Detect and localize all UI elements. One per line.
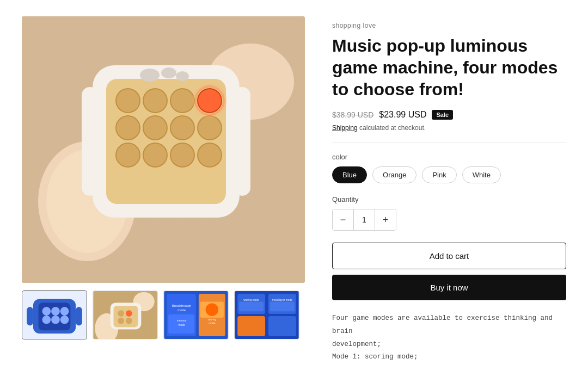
- original-price: $38.99 USD: [332, 110, 373, 119]
- svg-rect-41: [113, 306, 138, 327]
- thumbnails-row: Breakthrough mode memory mode scoring mo…: [22, 290, 305, 339]
- svg-rect-65: [237, 316, 265, 336]
- svg-point-21: [140, 69, 160, 82]
- svg-point-9: [116, 89, 140, 113]
- thumbnail-4[interactable]: waiting mode multiplayer mode: [234, 290, 299, 339]
- svg-rect-66: [268, 316, 296, 336]
- svg-point-18: [143, 143, 167, 167]
- svg-point-11: [170, 89, 194, 113]
- svg-point-31: [60, 307, 69, 315]
- svg-rect-35: [27, 307, 33, 325]
- color-option-orange[interactable]: Orange: [372, 166, 416, 183]
- shipping-row: Shipping calculated at checkout.: [332, 124, 566, 132]
- sale-badge: Sale: [432, 110, 453, 120]
- svg-point-44: [118, 318, 124, 324]
- svg-text:mode: mode: [177, 308, 186, 312]
- buy-now-button[interactable]: Buy it now: [332, 275, 566, 300]
- brand-label: shopping love: [332, 22, 566, 29]
- svg-point-13: [116, 116, 140, 140]
- main-product-image: [22, 16, 305, 283]
- svg-text:mode: mode: [178, 324, 185, 326]
- svg-point-23: [176, 71, 189, 81]
- shipping-link[interactable]: Shipping: [332, 124, 358, 132]
- svg-text:memory: memory: [177, 319, 187, 322]
- svg-point-19: [170, 143, 194, 167]
- color-options: BlueOrangePinkWhite: [332, 166, 566, 183]
- quantity-label: Quantity: [332, 195, 566, 203]
- svg-rect-36: [76, 307, 82, 325]
- svg-rect-64: [270, 302, 295, 312]
- gallery-section: Breakthrough mode memory mode scoring mo…: [22, 16, 305, 365]
- quantity-minus-button[interactable]: −: [333, 209, 353, 230]
- price-row: $38.99 USD $23.99 USD Sale: [332, 110, 566, 120]
- quantity-plus-button[interactable]: +: [375, 209, 396, 230]
- product-section: shopping love Music pop-up luminous game…: [332, 16, 566, 365]
- svg-rect-7: [234, 87, 250, 196]
- svg-text:mode: mode: [209, 322, 215, 325]
- svg-point-55: [206, 303, 218, 315]
- svg-point-42: [118, 310, 124, 317]
- svg-point-34: [60, 315, 69, 324]
- svg-point-14: [143, 116, 167, 140]
- svg-text:scoring: scoring: [207, 318, 216, 321]
- svg-point-20: [198, 143, 222, 167]
- svg-rect-61: [239, 302, 264, 312]
- color-option-pink[interactable]: Pink: [422, 166, 456, 183]
- sale-price: $23.99 USD: [379, 110, 426, 120]
- thumbnail-2[interactable]: [93, 290, 158, 339]
- svg-point-43: [126, 310, 132, 317]
- svg-rect-6: [82, 87, 98, 196]
- svg-text:multiplayer mode: multiplayer mode: [272, 299, 292, 301]
- svg-point-10: [143, 89, 167, 113]
- svg-text:waiting mode: waiting mode: [243, 299, 259, 301]
- color-option-blue[interactable]: Blue: [332, 166, 367, 183]
- quantity-value: 1: [353, 209, 375, 230]
- svg-point-32: [42, 315, 51, 324]
- svg-point-12: [198, 89, 222, 113]
- description-text: Four game modes are available to exercis…: [332, 312, 566, 365]
- svg-point-45: [126, 318, 132, 324]
- divider-1: [332, 143, 566, 143]
- color-option-white[interactable]: White: [462, 166, 501, 183]
- svg-text:Breakthrough: Breakthrough: [172, 304, 191, 307]
- add-to-cart-button[interactable]: Add to cart: [332, 243, 566, 269]
- thumbnail-1[interactable]: [22, 290, 87, 339]
- product-title: Music pop-up luminous game machine, four…: [332, 35, 566, 100]
- quantity-control: − 1 +: [332, 209, 396, 231]
- color-label: color: [332, 153, 566, 161]
- page-container: Breakthrough mode memory mode scoring mo…: [0, 0, 588, 365]
- thumbnail-3[interactable]: Breakthrough mode memory mode scoring mo…: [163, 290, 229, 339]
- svg-point-29: [42, 307, 51, 315]
- svg-point-22: [161, 67, 176, 78]
- svg-point-30: [51, 307, 60, 315]
- svg-point-16: [198, 116, 222, 140]
- svg-point-15: [170, 116, 194, 140]
- shipping-text: calculated at checkout.: [358, 124, 426, 132]
- svg-point-17: [116, 143, 140, 167]
- svg-point-33: [51, 315, 60, 324]
